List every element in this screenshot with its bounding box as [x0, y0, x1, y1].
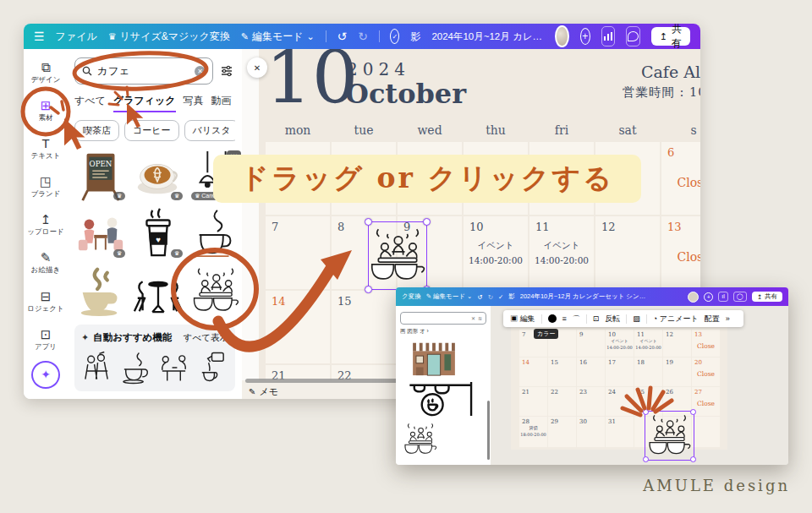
- share-button[interactable]: ↥共有: [752, 292, 782, 302]
- calendar-cell-14[interactable]: 14: [266, 291, 330, 363]
- file-menu[interactable]: ファイル: [56, 30, 97, 44]
- calendar-cell-16[interactable]: 16: [577, 357, 605, 386]
- calendar-cell-7[interactable]: 7: [266, 216, 330, 289]
- resize-handle[interactable]: [643, 409, 649, 415]
- sidebar-item-uploads[interactable]: ↥ップロード: [24, 208, 68, 243]
- placed-element-selection[interactable]: [645, 411, 694, 461]
- redo-button[interactable]: ↻: [488, 293, 493, 301]
- search-input[interactable]: ✕ ≋: [400, 312, 486, 325]
- sidebar-item-apps[interactable]: ⊡アプリ: [24, 323, 68, 357]
- panel-scrollbar[interactable]: [487, 401, 490, 460]
- tab-写真[interactable]: 写真: [184, 94, 204, 108]
- search-input[interactable]: カフェ ✕: [74, 57, 213, 85]
- resize-menu[interactable]: ♛ リサイズ&マジック変換: [108, 30, 230, 44]
- filter-icon[interactable]: ≋: [478, 315, 482, 321]
- resize-handle[interactable]: [643, 456, 649, 462]
- placed-element-selection[interactable]: [368, 221, 427, 290]
- curve-button[interactable]: ⌒: [573, 314, 580, 325]
- cafe-name[interactable]: Cafe Al: [641, 63, 700, 81]
- insights-button[interactable]: [601, 26, 616, 46]
- year-label[interactable]: 2024: [347, 59, 410, 79]
- chip-コーヒー[interactable]: コーヒー: [124, 120, 179, 141]
- tab-動画[interactable]: 動画: [211, 94, 232, 108]
- calendar-cell-19[interactable]: 19: [663, 357, 691, 386]
- element-tile-cafe-couple[interactable]: ♛: [74, 207, 127, 259]
- sidebar-item-draw[interactable]: ✎お絵描き: [24, 246, 68, 281]
- sidebar-item-text[interactable]: Tテキスト: [24, 132, 68, 166]
- resize-handle[interactable]: [365, 286, 372, 293]
- comments-button[interactable]: ◯: [733, 292, 747, 303]
- clear-search-icon[interactable]: ✕: [471, 315, 475, 321]
- more-button[interactable]: »: [726, 314, 730, 323]
- recommend-thumb-coffee-doodle[interactable]: [119, 351, 152, 385]
- calendar-cell-14[interactable]: 14: [519, 357, 547, 386]
- design-title[interactable]: 2024年10月~12月 カレンダーセット シンプ...: [431, 30, 544, 43]
- element-tile-bistro-table-set[interactable]: [132, 265, 184, 317]
- undo-button[interactable]: ↺: [337, 30, 347, 43]
- sidebar-item-brand[interactable]: ◳ブランド: [24, 170, 68, 205]
- chip-喫茶店[interactable]: 喫茶店: [74, 120, 119, 141]
- transparency-button[interactable]: ▨: [633, 314, 640, 323]
- recommend-thumb-group-illustration[interactable]: [81, 351, 114, 385]
- avatar[interactable]: [688, 292, 699, 303]
- calendar-cell-10[interactable]: 10イベント14:00-20:00: [464, 216, 528, 289]
- calendar-cell-15[interactable]: 15: [548, 357, 576, 386]
- element-tile-people-in-coffee-cups[interactable]: [189, 265, 242, 317]
- calendar-cell-15[interactable]: 15: [332, 291, 396, 363]
- calendar-cell-29[interactable]: 29: [548, 417, 576, 447]
- calendar-cell-24[interactable]: 24: [606, 387, 634, 416]
- resize-handle[interactable]: [690, 409, 696, 415]
- menu-icon[interactable]: ☰: [34, 30, 45, 43]
- add-member-button[interactable]: +: [580, 28, 590, 45]
- edit-button[interactable]: ▣ 編集: [510, 314, 535, 325]
- calendar-cell-11[interactable]: 11イベント14:00-20:00: [529, 216, 594, 289]
- clear-search-icon[interactable]: ✕: [195, 66, 206, 77]
- animate-button[interactable]: ◔ アニメート: [653, 314, 699, 325]
- flip-button[interactable]: 反転: [605, 314, 620, 325]
- calendar-cell-12[interactable]: 12: [663, 330, 691, 357]
- recommend-thumb-meeting-illustration[interactable]: [157, 351, 190, 385]
- element-tile-takeaway-cup[interactable]: ♥♛: [132, 207, 184, 259]
- element-tile-storefront[interactable]: [409, 340, 458, 377]
- sidebar-item-elements[interactable]: ⊞素材: [24, 94, 68, 128]
- result-tabs[interactable]: 画 図形 オ ›: [400, 328, 486, 336]
- calendar-cell-11[interactable]: 11イベント14:00-20:00: [634, 330, 662, 357]
- comments-button[interactable]: [626, 26, 640, 46]
- filter-icon[interactable]: [218, 65, 235, 77]
- calendar-cell-10[interactable]: 10イベント14:00-20:00: [606, 330, 634, 357]
- month-name[interactable]: October: [345, 78, 466, 110]
- element-tile-iron-sign[interactable]: [404, 380, 485, 417]
- calendar-cell-9[interactable]: 9: [577, 330, 605, 357]
- business-hours[interactable]: 営業時間 : 10:00: [623, 85, 700, 101]
- calendar-cell-18[interactable]: 18: [634, 357, 662, 386]
- resize-handle[interactable]: [423, 218, 431, 226]
- color-swatch-button[interactable]: [548, 314, 557, 323]
- edit-mode-menu[interactable]: ✎ 編集モード ⌄: [241, 30, 315, 44]
- add-member-button[interactable]: +: [704, 292, 713, 302]
- edit-mode-menu[interactable]: ✎ 編集モード ⌄: [426, 292, 473, 301]
- calendar-cell-12[interactable]: 12: [595, 216, 660, 289]
- calendar-cell-30[interactable]: 30: [577, 417, 605, 447]
- redo-button[interactable]: ↻: [358, 30, 368, 43]
- recommend-thumb-pour-coffee-illustration[interactable]: [195, 351, 228, 385]
- chip-バリスタ[interactable]: バリスタ: [184, 120, 235, 141]
- adjust-button[interactable]: ≡: [562, 314, 567, 323]
- element-tile-people-in-coffee-cups[interactable]: [399, 421, 442, 458]
- calendar-cell-22[interactable]: 22: [548, 387, 576, 416]
- sidebar-item-projects[interactable]: ⊟ロジェクト: [24, 284, 68, 319]
- insights-button[interactable]: ıl: [718, 292, 728, 303]
- memo-button[interactable]: ✎ メモ: [249, 385, 278, 398]
- element-tile-open-sign[interactable]: OPEN♛: [74, 150, 127, 202]
- element-tile-coffee-cup-solid[interactable]: [74, 265, 127, 317]
- undo-button[interactable]: ↺: [477, 293, 482, 301]
- tab-グラフィック[interactable]: グラフィック: [113, 94, 176, 112]
- magic-assistant-button[interactable]: ✦: [31, 361, 60, 389]
- resize-handle[interactable]: [690, 456, 696, 462]
- calendar-cell-31[interactable]: 31: [606, 417, 634, 447]
- calendar-cell-28[interactable]: 28貸切18:00-20:00: [519, 417, 547, 447]
- sidebar-item-design[interactable]: ⧉デザイン: [24, 56, 68, 90]
- share-button[interactable]: ↥ 共有: [651, 27, 690, 46]
- design-title[interactable]: 2024年10月~12月 カレンダーセット シンプ...: [520, 292, 647, 301]
- crop-button[interactable]: ⊡: [593, 314, 600, 323]
- resize-handle[interactable]: [365, 218, 372, 226]
